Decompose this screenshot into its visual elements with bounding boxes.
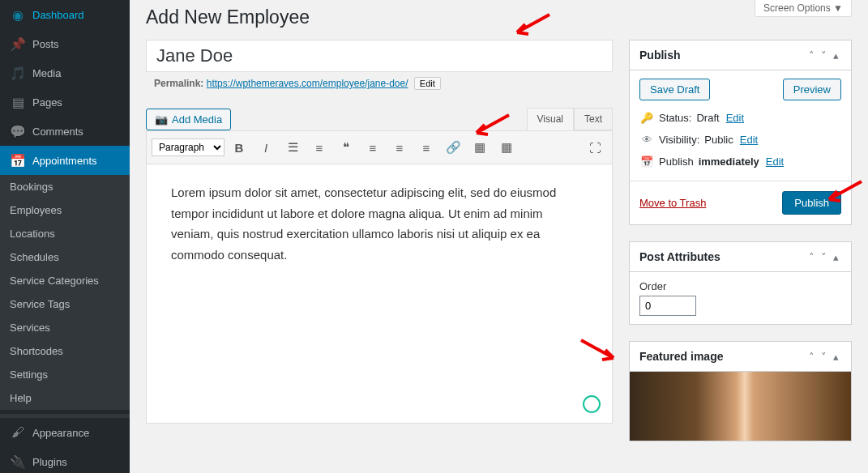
editor-tabs: Visual Text (527, 108, 613, 130)
move-up-icon[interactable]: ˄ (806, 251, 817, 263)
move-up-icon[interactable]: ˄ (806, 49, 817, 62)
toggle-icon[interactable]: ▴ (831, 49, 841, 62)
permalink-edit-button[interactable]: Edit (414, 77, 441, 90)
featured-image-thumbnail[interactable] (630, 372, 851, 441)
page-title: Add New Employee (146, 6, 852, 28)
align-right-button[interactable]: ≡ (414, 136, 438, 159)
submenu-help[interactable]: Help (0, 386, 130, 410)
publish-title: Publish (639, 49, 681, 62)
permalink-label: Permalink: (154, 78, 203, 89)
calendar-icon: 📅 (10, 152, 26, 168)
submenu-bookings[interactable]: Bookings (0, 175, 130, 198)
quote-button[interactable]: ❝ (334, 136, 358, 159)
editor-content[interactable]: Lorem ipsum dolor sit amet, consectetur … (146, 164, 613, 424)
calendar-small-icon: 📅 (639, 156, 654, 168)
comment-icon: 💬 (10, 123, 26, 139)
submenu-schedules[interactable]: Schedules (0, 245, 130, 269)
eye-icon: 👁 (639, 134, 654, 146)
toggle-icon[interactable]: ▴ (831, 351, 841, 363)
menu-appointments[interactable]: 📅Appointments (0, 146, 130, 175)
move-to-trash-link[interactable]: Move to Trash (639, 197, 706, 209)
post-attributes-title: Post Attributes (639, 250, 720, 263)
editor-toolbar: Paragraph B I ☰ ≡ ❝ ≡ ≡ ≡ 🔗 ▦ ▦ ⛶ (146, 130, 613, 164)
move-down-icon[interactable]: ˅ (819, 351, 829, 363)
permalink-url[interactable]: https://wpthemeraves.com/employee/jane-d… (207, 78, 408, 89)
submenu-locations[interactable]: Locations (0, 222, 130, 245)
order-label: Order (639, 280, 841, 292)
bold-button[interactable]: B (227, 136, 251, 159)
submenu-service-tags[interactable]: Service Tags (0, 292, 130, 316)
italic-button[interactable]: I (254, 136, 278, 159)
toggle-icon[interactable]: ▴ (831, 251, 841, 263)
submenu-settings[interactable]: Settings (0, 363, 130, 386)
tab-visual[interactable]: Visual (527, 108, 574, 130)
more-button[interactable]: ▦ (468, 136, 492, 159)
menu-comments[interactable]: 💬Comments (0, 117, 130, 146)
edit-visibility-link[interactable]: Edit (740, 134, 758, 146)
brush-icon: 🖌 (10, 424, 26, 441)
publish-button[interactable]: Publish (782, 191, 841, 215)
featured-image-title: Featured image (639, 350, 723, 363)
menu-appearance[interactable]: 🖌Appearance (0, 418, 130, 447)
camera-icon: 📷 (155, 113, 168, 126)
submenu-employees[interactable]: Employees (0, 198, 130, 222)
publish-metabox: Publish ˄˅▴ Save Draft Preview 🔑Status: … (629, 40, 852, 225)
gauge-icon: ◉ (10, 6, 26, 23)
numbered-list-button[interactable]: ≡ (307, 136, 331, 159)
plugin-icon: 🔌 (10, 454, 26, 470)
submenu-shortcodes[interactable]: Shortcodes (0, 339, 130, 363)
move-down-icon[interactable]: ˅ (819, 49, 829, 62)
align-center-button[interactable]: ≡ (387, 136, 412, 159)
toolbar-toggle-button[interactable]: ▦ (494, 136, 519, 159)
edit-schedule-link[interactable]: Edit (766, 156, 784, 168)
move-down-icon[interactable]: ˅ (819, 251, 829, 263)
format-select[interactable]: Paragraph (152, 138, 224, 156)
menu-pages[interactable]: ▤Pages (0, 87, 130, 117)
order-input[interactable] (639, 296, 696, 316)
submenu-service-categories[interactable]: Service Categories (0, 269, 130, 292)
menu-plugins[interactable]: 🔌Plugins (0, 447, 130, 473)
screen-options-button[interactable]: Screen Options ▼ (755, 0, 852, 17)
align-left-button[interactable]: ≡ (361, 136, 385, 159)
menu-media[interactable]: 🎵Media (0, 58, 130, 87)
submenu-services[interactable]: Services (0, 316, 130, 339)
menu-dashboard[interactable]: ◉Dashboard (0, 0, 130, 29)
featured-image-metabox: Featured image ˄˅▴ (629, 341, 852, 441)
add-media-button[interactable]: 📷Add Media (146, 109, 231, 130)
edit-status-link[interactable]: Edit (726, 112, 744, 124)
post-title-input[interactable] (146, 40, 613, 72)
main-content: Screen Options ▼ Add New Employee Permal… (130, 0, 868, 473)
move-up-icon[interactable]: ˄ (806, 351, 817, 363)
tab-text[interactable]: Text (574, 108, 613, 130)
grammarly-icon (583, 395, 601, 413)
post-attributes-metabox: Post Attributes ˄˅▴ Order (629, 241, 852, 325)
media-icon: 🎵 (10, 65, 26, 81)
bullet-list-button[interactable]: ☰ (280, 136, 305, 159)
admin-sidebar: ◉Dashboard 📌Posts 🎵Media ▤Pages 💬Comment… (0, 0, 130, 473)
menu-posts[interactable]: 📌Posts (0, 29, 130, 58)
key-icon: 🔑 (639, 112, 654, 124)
fullscreen-button[interactable]: ⛶ (583, 136, 607, 159)
save-draft-button[interactable]: Save Draft (639, 79, 710, 100)
link-button[interactable]: 🔗 (441, 136, 465, 159)
permalink-row: Permalink: https://wpthemeraves.com/empl… (146, 72, 613, 95)
pages-icon: ▤ (10, 94, 26, 110)
pin-icon: 📌 (10, 36, 26, 52)
preview-button[interactable]: Preview (783, 79, 841, 100)
